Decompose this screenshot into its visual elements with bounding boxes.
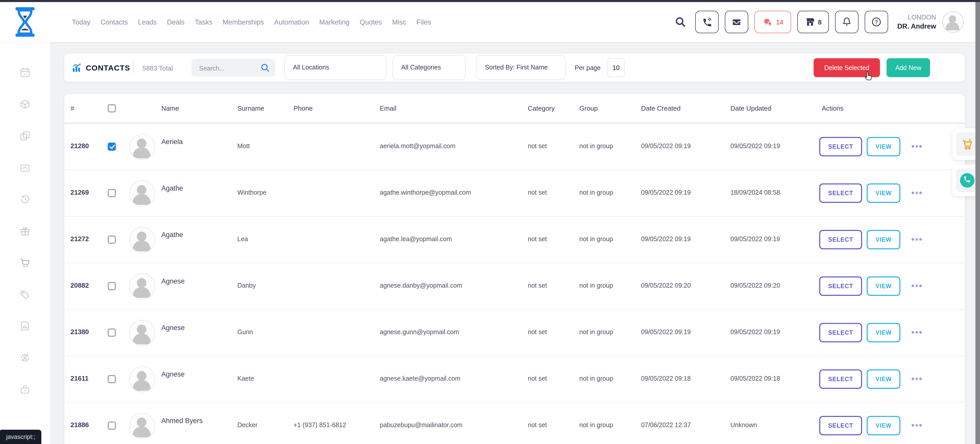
nav-item-marketing[interactable]: Marketing: [319, 18, 350, 26]
gift-icon[interactable]: [19, 225, 31, 237]
lock-icon[interactable]: [19, 383, 31, 396]
contact-id: 21380: [70, 328, 89, 336]
contact-surname: Winthorpe: [237, 189, 266, 196]
page-title: CONTACTS: [86, 63, 130, 72]
col-header-name: Name: [161, 104, 179, 112]
history-icon[interactable]: [19, 193, 31, 205]
select-button[interactable]: SELECT: [819, 137, 862, 157]
contact-surname: Kaete: [237, 375, 254, 382]
row-more-menu[interactable]: [912, 192, 921, 194]
window-top-edge: [0, 0, 980, 2]
nav-item-files[interactable]: Files: [417, 18, 431, 26]
filter-locations[interactable]: All Locations: [284, 55, 387, 80]
row-checkbox[interactable]: [108, 422, 116, 430]
contact-group: not in group: [579, 329, 613, 336]
calendar-icon[interactable]: 12: [19, 66, 31, 79]
filter-categories[interactable]: All Categories: [393, 55, 466, 80]
nav-item-deals[interactable]: Deals: [167, 18, 185, 26]
row-more-menu[interactable]: [912, 145, 921, 147]
contact-name: Agnese: [161, 324, 185, 332]
nav-item-automation[interactable]: Automation: [274, 18, 309, 26]
user-sync-icon[interactable]: [19, 351, 31, 364]
row-checkbox[interactable]: [108, 282, 116, 290]
search-submit-icon[interactable]: [260, 62, 270, 73]
case-sync-icon[interactable]: [19, 161, 31, 174]
contact-phone: +1 (937) 851-6812: [293, 422, 346, 429]
filter-sorted-by[interactable]: Sorted By: First Name: [476, 55, 566, 80]
nav-item-quotes[interactable]: Quotes: [360, 18, 382, 26]
contact-date-updated: 18/09/2024 08:58: [730, 189, 780, 196]
nav-item-contacts[interactable]: Contacts: [100, 18, 128, 26]
cart-icon[interactable]: [19, 257, 31, 269]
view-button[interactable]: VIEW: [867, 369, 900, 389]
row-checkbox[interactable]: [108, 142, 116, 151]
floating-cart-button[interactable]: [956, 133, 978, 156]
view-button[interactable]: VIEW: [867, 230, 900, 249]
main-nav: TodayContactsLeadsDealsTasksMembershipsA…: [72, 2, 431, 42]
view-button[interactable]: VIEW: [867, 276, 900, 296]
inbox-icon: [731, 16, 742, 27]
select-button[interactable]: SELECT: [819, 323, 862, 342]
contact-name: Ahmed Byers: [161, 417, 203, 425]
contact-date-created: 09/05/2022 09:19: [641, 142, 691, 150]
table-header: # Name Surname Phone Email Category Grou…: [64, 94, 965, 124]
view-button[interactable]: VIEW: [867, 184, 900, 203]
price-tag-icon[interactable]: [19, 288, 31, 300]
row-more-menu[interactable]: [912, 424, 921, 426]
contact-date-updated: 09/05/2022 09:19: [730, 236, 780, 243]
contact-category: not set: [528, 189, 547, 196]
search-input[interactable]: [198, 59, 256, 78]
help-button[interactable]: ?: [865, 11, 888, 33]
nav-item-memberships[interactable]: Memberships: [223, 18, 264, 26]
nav-item-today[interactable]: Today: [72, 18, 90, 26]
nav-item-leads[interactable]: Leads: [138, 18, 157, 26]
phone-button[interactable]: [695, 11, 719, 33]
inbox-button[interactable]: [725, 11, 748, 33]
row-checkbox[interactable]: [108, 375, 116, 383]
select-button[interactable]: SELECT: [819, 184, 862, 203]
per-page-value[interactable]: 10: [608, 58, 625, 77]
view-button[interactable]: VIEW: [867, 137, 900, 157]
cube-icon[interactable]: [19, 98, 31, 110]
search-icon[interactable]: [674, 15, 687, 29]
notifications-button[interactable]: [835, 11, 859, 33]
contact-surname: Lea: [237, 236, 248, 243]
nav-item-tasks[interactable]: Tasks: [195, 18, 212, 26]
row-more-menu[interactable]: [912, 284, 921, 287]
contact-name: Aeriela: [161, 138, 183, 145]
view-button[interactable]: VIEW: [867, 416, 900, 435]
svg-text:12: 12: [23, 72, 27, 76]
top-navbar: TodayContactsLeadsDealsTasksMembershipsA…: [0, 2, 980, 42]
hourglass-logo-icon[interactable]: [12, 6, 38, 38]
contacts-table: # Name Surname Phone Email Category Grou…: [64, 94, 965, 444]
view-button[interactable]: VIEW: [867, 323, 900, 342]
row-more-menu[interactable]: [912, 331, 921, 334]
chat-button[interactable]: 14: [754, 11, 791, 33]
vertical-scrollbar[interactable]: [975, 2, 980, 444]
select-button[interactable]: SELECT: [819, 416, 862, 435]
row-checkbox[interactable]: [108, 189, 116, 197]
floating-call-button[interactable]: [956, 169, 978, 192]
report-icon[interactable]: [19, 320, 31, 332]
copy-pages-icon[interactable]: [19, 130, 31, 142]
contact-date-created: 09/05/2022 09:19: [641, 189, 691, 196]
user-avatar[interactable]: [942, 11, 964, 33]
select-all-checkbox[interactable]: [108, 104, 116, 112]
row-checkbox[interactable]: [108, 329, 116, 337]
col-header-phone: Phone: [293, 104, 313, 112]
select-button[interactable]: SELECT: [819, 230, 862, 249]
store-button[interactable]: 8: [797, 11, 829, 33]
row-more-menu[interactable]: [912, 238, 921, 240]
add-new-button[interactable]: Add New: [886, 58, 930, 77]
contact-surname: Danby: [237, 282, 256, 289]
contact-group: not in group: [579, 282, 613, 289]
select-button[interactable]: SELECT: [819, 369, 862, 389]
contact-email: aeriela.mott@yopmail.com: [380, 142, 455, 150]
contact-avatar: [129, 320, 155, 346]
select-button[interactable]: SELECT: [819, 276, 862, 296]
col-header-email: Email: [380, 104, 396, 112]
contact-group: not in group: [579, 142, 613, 150]
row-more-menu[interactable]: [912, 378, 921, 380]
row-checkbox[interactable]: [108, 236, 116, 244]
nav-item-misc[interactable]: Misc: [392, 18, 407, 26]
